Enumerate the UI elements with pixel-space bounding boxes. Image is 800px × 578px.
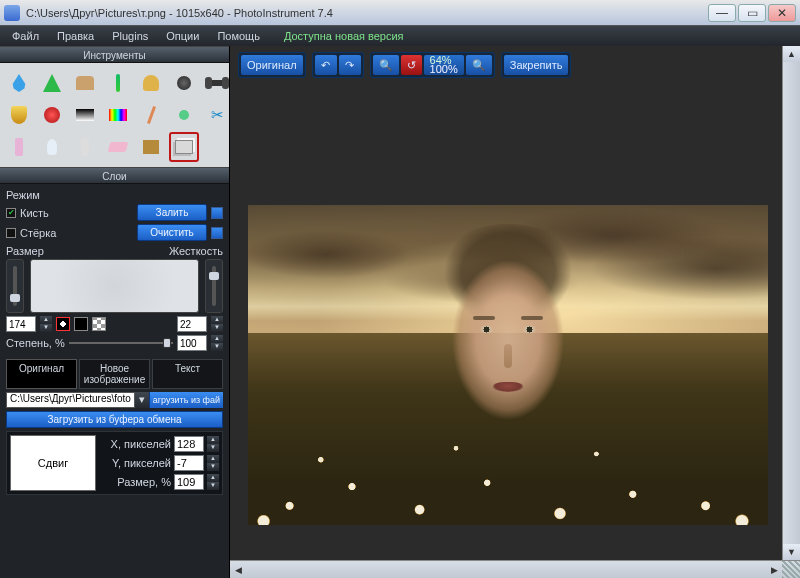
- drop-tool[interactable]: [4, 68, 34, 98]
- offset-size-value[interactable]: 109: [174, 474, 204, 490]
- tab-newimage[interactable]: Новое изображение: [79, 359, 150, 389]
- tool-grid: ✂: [0, 63, 229, 167]
- scissors-icon: ✂: [211, 106, 224, 124]
- clear-button[interactable]: Очистить: [137, 224, 207, 241]
- resize-grip[interactable]: [782, 561, 800, 578]
- zoom-chip[interactable]: 64% 100%: [424, 55, 464, 75]
- redcircle-tool[interactable]: [37, 100, 67, 130]
- clear-toggle[interactable]: [211, 227, 223, 239]
- pencil-tool[interactable]: [136, 100, 166, 130]
- offset-size-label: Размер, %: [117, 476, 171, 488]
- menu-help[interactable]: Помощь: [209, 28, 268, 44]
- size-spin[interactable]: ▲▼: [40, 316, 52, 332]
- menu-plugins[interactable]: Plugins: [104, 28, 156, 44]
- color-swatch-fg[interactable]: [74, 317, 88, 331]
- offset-x-value[interactable]: 128: [174, 436, 204, 452]
- vertical-scrollbar[interactable]: ▲ ▼: [782, 46, 800, 560]
- hue-tool[interactable]: [103, 100, 133, 130]
- bottle-tool[interactable]: [4, 132, 34, 162]
- size-slider[interactable]: [6, 259, 24, 313]
- denoise-tool[interactable]: [169, 100, 199, 130]
- mode-eraser-row[interactable]: Стёрка: [6, 227, 56, 239]
- offset-thumbnail[interactable]: Сдвиг: [10, 435, 96, 491]
- path-input[interactable]: C:\Users\Друг\Pictures\foto na: [6, 392, 135, 408]
- shield-tool[interactable]: [4, 100, 34, 130]
- offset-y-label: Y, пикселей: [112, 457, 171, 469]
- maximize-button[interactable]: ▭: [738, 4, 766, 22]
- color-swatch-ring[interactable]: [56, 317, 70, 331]
- stamp-icon: [143, 75, 159, 91]
- offset-y-spin[interactable]: ▲▼: [207, 455, 219, 471]
- dot-icon: [177, 76, 191, 90]
- load-from-file-button[interactable]: агрузить из фай: [149, 392, 223, 408]
- dot-tool[interactable]: [169, 68, 199, 98]
- scroll-left-icon[interactable]: ◀: [230, 561, 246, 578]
- original-button[interactable]: Оригинал: [241, 55, 303, 75]
- degree-spin[interactable]: ▲▼: [211, 335, 223, 351]
- composited-image: [248, 205, 768, 525]
- box-tool[interactable]: [136, 132, 166, 162]
- hscroll-track[interactable]: [246, 561, 766, 578]
- undo-button[interactable]: ↶: [315, 55, 337, 75]
- cone-tool[interactable]: [37, 68, 67, 98]
- tab-original[interactable]: Оригинал: [6, 359, 77, 389]
- redo-button[interactable]: ↷: [339, 55, 361, 75]
- close-button[interactable]: ✕: [768, 4, 796, 22]
- image-stage[interactable]: [240, 176, 776, 554]
- size-value[interactable]: 174: [6, 316, 36, 332]
- path-dropdown[interactable]: ▾: [135, 392, 149, 408]
- hue-icon: [109, 109, 127, 121]
- new-version-link[interactable]: Доступна новая версия: [278, 28, 410, 44]
- degree-value[interactable]: 100: [177, 335, 207, 351]
- canvas-area: Оригинал ↶ ↷ 🔍 ↺ 64% 100% 🔍 Закрепить: [230, 46, 800, 578]
- grayscale-icon: [76, 109, 94, 121]
- tab-text[interactable]: Текст: [152, 359, 223, 389]
- zoom-out-icon: 🔍: [379, 59, 393, 72]
- grayscale-tool[interactable]: [70, 100, 100, 130]
- load-from-clipboard-button[interactable]: Загрузить из буфера обмена: [6, 411, 223, 428]
- layers-tool[interactable]: [169, 132, 199, 162]
- menu-edit[interactable]: Правка: [49, 28, 102, 44]
- eraser-tool[interactable]: [103, 132, 133, 162]
- app-icon: [4, 5, 20, 21]
- fill-button[interactable]: Залить: [137, 204, 207, 221]
- brush-tool[interactable]: [103, 68, 133, 98]
- fill-toggle[interactable]: [211, 207, 223, 219]
- scroll-right-icon[interactable]: ▶: [766, 561, 782, 578]
- sidebar: Инструменты ✂ Слои Режим: [0, 46, 230, 578]
- stamp-tool[interactable]: [136, 68, 166, 98]
- offset-y-value[interactable]: -7: [174, 455, 204, 471]
- degree-label: Степень, %: [6, 337, 65, 349]
- spiral-tool[interactable]: [70, 132, 100, 162]
- dumbbell-tool[interactable]: [202, 68, 232, 98]
- reset-icon: ↺: [407, 59, 416, 72]
- minimize-button[interactable]: —: [708, 4, 736, 22]
- mode-brush-checkbox[interactable]: ✔: [6, 208, 16, 218]
- scissors-tool[interactable]: ✂: [202, 100, 232, 130]
- canvas-toolbar: Оригинал ↶ ↷ 🔍 ↺ 64% 100% 🔍 Закрепить: [238, 52, 571, 78]
- offset-size-spin[interactable]: ▲▼: [207, 474, 219, 490]
- zoom-b: 100%: [430, 65, 458, 74]
- hardness-slider[interactable]: [205, 259, 223, 313]
- zoom-reset-button[interactable]: ↺: [401, 55, 422, 75]
- scroll-up-icon[interactable]: ▲: [783, 46, 800, 62]
- menu-file[interactable]: Файл: [4, 28, 47, 44]
- menu-options[interactable]: Опции: [158, 28, 207, 44]
- hand-tool[interactable]: [70, 68, 100, 98]
- zoom-in-button[interactable]: 🔍: [466, 55, 492, 75]
- hardness-spin[interactable]: ▲▼: [211, 316, 223, 332]
- hardness-value[interactable]: 22: [177, 316, 207, 332]
- zoom-out-button[interactable]: 🔍: [373, 55, 399, 75]
- scroll-down-icon[interactable]: ▼: [783, 544, 800, 560]
- zoom-in-icon: 🔍: [472, 59, 486, 72]
- mode-brush-row[interactable]: ✔ Кисть: [6, 207, 49, 219]
- offset-x-spin[interactable]: ▲▼: [207, 436, 219, 452]
- color-swatch-alpha[interactable]: [92, 317, 106, 331]
- pin-button[interactable]: Закрепить: [504, 55, 569, 75]
- mode-label: Режим: [6, 187, 223, 204]
- degree-slider[interactable]: [69, 337, 173, 349]
- mode-eraser-checkbox[interactable]: [6, 228, 16, 238]
- horizontal-scrollbar[interactable]: ◀ ▶: [230, 560, 800, 578]
- bulb-tool[interactable]: [37, 132, 67, 162]
- undo-icon: ↶: [321, 59, 330, 72]
